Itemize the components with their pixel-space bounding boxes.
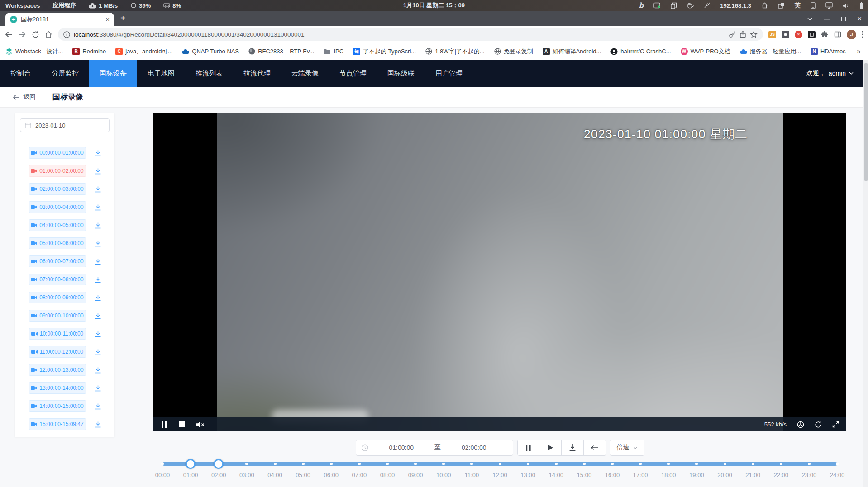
download-button[interactable]: [562, 440, 584, 456]
applications-button[interactable]: 应用程序: [52, 1, 76, 9]
user-menu[interactable]: 欢迎， admin: [806, 60, 868, 87]
bookmark-item[interactable]: Cjava、android可...: [115, 47, 172, 56]
nav-item-8[interactable]: 国标级联: [377, 60, 425, 87]
bookmark-item[interactable]: RRedmine: [72, 48, 106, 55]
nav-item-0[interactable]: 控制台: [0, 60, 41, 87]
screenshot-icon[interactable]: [653, 2, 661, 9]
window-minimize-icon[interactable]: [824, 19, 830, 20]
record-chip[interactable]: 11:00:00-12:00:00: [29, 346, 86, 358]
scrollbar-thumb[interactable]: [864, 63, 868, 181]
side-panel-icon[interactable]: [834, 31, 841, 38]
clock[interactable]: 1月10日 星期二 15：09: [403, 1, 465, 9]
bookmark-item[interactable]: WWVP-PRO文档: [681, 47, 730, 56]
nav-item-5[interactable]: 拉流代理: [233, 60, 281, 87]
record-chip[interactable]: 12:00:00-13:00:00: [29, 364, 86, 376]
record-chip[interactable]: 02:00:00-03:00:00: [29, 183, 86, 195]
record-download-icon[interactable]: [95, 168, 101, 175]
workspaces-overlap-icon[interactable]: [778, 2, 785, 9]
profile-avatar[interactable]: J: [847, 30, 856, 39]
caffeine-cup-icon[interactable]: [687, 2, 694, 9]
ip-address[interactable]: 192.168.1.3: [720, 2, 751, 9]
seek-back-button[interactable]: [584, 440, 606, 456]
pause-button[interactable]: [517, 440, 539, 456]
bookmark-item[interactable]: RFC2833 – RTP Ev...: [248, 48, 314, 55]
bookmark-item[interactable]: QNAP Turbo NAS: [182, 48, 239, 55]
clipboard-copy-icon[interactable]: [671, 2, 677, 9]
workspaces-button[interactable]: Workspaces: [5, 2, 40, 9]
extension-js-icon[interactable]: JS: [768, 31, 776, 38]
record-chip[interactable]: 09:00:00-10:00:00: [29, 310, 86, 322]
record-download-icon[interactable]: [95, 403, 101, 410]
indicator-b-icon[interactable]: b: [639, 1, 644, 9]
snapshot-icon[interactable]: [797, 421, 804, 428]
bookmark-item[interactable]: 服务器 - 轻量应用...: [740, 47, 801, 56]
record-download-icon[interactable]: [95, 331, 101, 337]
fullscreen-icon[interactable]: [832, 421, 839, 428]
record-download-icon[interactable]: [95, 385, 101, 392]
nav-item-1[interactable]: 分屏监控: [41, 60, 89, 87]
end-time-value[interactable]: 02:00:00: [441, 444, 507, 451]
bookmark-item[interactable]: Webstack - 设计...: [5, 47, 63, 56]
nav-item-9[interactable]: 用户管理: [425, 60, 473, 87]
player-mute-icon[interactable]: [196, 421, 205, 428]
record-download-icon[interactable]: [95, 240, 101, 247]
bookmarks-overflow-icon[interactable]: »: [857, 47, 863, 56]
speed-dropdown[interactable]: 倍速: [610, 440, 644, 456]
page-scrollbar[interactable]: [863, 60, 868, 487]
nav-item-7[interactable]: 节点管理: [329, 60, 377, 87]
record-download-icon[interactable]: [95, 222, 101, 229]
browser-back-icon[interactable]: [5, 30, 13, 38]
record-chip[interactable]: 14:00:00-15:00:00: [29, 400, 86, 412]
nav-item-6[interactable]: 云端录像: [281, 60, 329, 87]
record-chip[interactable]: 01:00:00-02:00:00: [29, 165, 86, 177]
site-info-icon[interactable]: [63, 31, 70, 38]
new-tab-button[interactable]: +: [120, 13, 126, 24]
battery-icon[interactable]: [859, 2, 863, 9]
player-pause-icon[interactable]: [162, 421, 167, 428]
nav-item-2[interactable]: 国标设备: [89, 60, 137, 87]
record-download-icon[interactable]: [95, 258, 101, 265]
timeline-handle[interactable]: [214, 459, 224, 469]
record-download-icon[interactable]: [95, 276, 101, 283]
extensions-puzzle-icon[interactable]: [821, 31, 829, 38]
record-chip[interactable]: 08:00:00-09:00:00: [29, 292, 86, 303]
record-download-icon[interactable]: [95, 186, 101, 193]
back-button[interactable]: 返回: [13, 93, 36, 101]
bookmark-item[interactable]: NHDAtmos :: 种子 *...: [811, 47, 847, 56]
input-method-indicator[interactable]: 英: [795, 1, 801, 9]
display-icon[interactable]: [825, 2, 833, 9]
record-download-icon[interactable]: [95, 349, 101, 355]
record-chip[interactable]: 10:00:00-11:00:00: [29, 328, 86, 340]
record-download-icon[interactable]: [95, 204, 101, 211]
window-close-icon[interactable]: ×: [858, 15, 862, 23]
extension-adblock-icon[interactable]: ✕: [795, 31, 802, 38]
volume-icon[interactable]: [843, 3, 849, 9]
address-bar[interactable]: localhost:38080/#/gbRecordDetail/3402000…: [58, 28, 763, 41]
record-chip[interactable]: 00:00:00-01:00:00: [29, 147, 86, 159]
extension-dark-icon[interactable]: [808, 31, 816, 38]
extension-gray-icon[interactable]: [782, 31, 789, 38]
player-stop-icon[interactable]: [179, 421, 185, 427]
network-indicator[interactable]: 1 MB/s: [89, 2, 118, 9]
color-picker-icon[interactable]: [704, 2, 710, 9]
record-chip[interactable]: 04:00:00-05:00:00: [29, 219, 86, 231]
start-time-value[interactable]: 01:00:00: [368, 444, 435, 451]
record-chip[interactable]: 07:00:00-08:00:00: [29, 274, 86, 285]
refresh-icon[interactable]: [815, 421, 822, 428]
bookmark-item[interactable]: 1.8W字|了不起的...: [425, 47, 485, 56]
record-chip[interactable]: 06:00:00-07:00:00: [29, 255, 86, 267]
date-picker-input[interactable]: 2023-01-10: [20, 118, 110, 132]
tab-search-icon[interactable]: [807, 18, 812, 21]
record-download-icon[interactable]: [95, 150, 101, 156]
bookmark-item[interactable]: A如何编译Android...: [543, 47, 601, 56]
record-download-icon[interactable]: [95, 421, 101, 428]
window-restore-icon[interactable]: [841, 17, 846, 21]
record-download-icon[interactable]: [95, 367, 101, 374]
record-chip[interactable]: 13:00:00-14:00:00: [29, 382, 86, 394]
nav-item-4[interactable]: 推流列表: [185, 60, 233, 87]
browser-tab[interactable]: 国标28181 ×: [5, 13, 114, 26]
record-download-icon[interactable]: [95, 312, 101, 319]
record-chip[interactable]: 15:00:00-15:09:47: [29, 418, 86, 430]
browser-reload-icon[interactable]: [32, 31, 39, 38]
browser-forward-icon[interactable]: [18, 30, 26, 38]
